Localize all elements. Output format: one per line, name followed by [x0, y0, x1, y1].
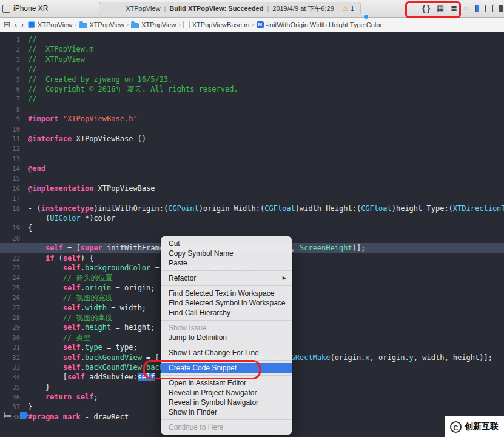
line-number[interactable]: 4 [0, 64, 24, 74]
context-menu-item[interactable]: Reveal in Symbol Navigator [161, 398, 292, 407]
code-token [28, 363, 63, 372]
related-items-icon[interactable]: ⊞ [4, 20, 10, 29]
line-number[interactable]: 13 [0, 154, 24, 164]
code-line[interactable]: - (instancetype)initWithOrigin:(CGPoint)… [28, 204, 504, 213]
window-icon [2, 5, 10, 13]
line-number[interactable]: 17 [0, 193, 24, 203]
line-number[interactable]: 35 [0, 382, 24, 392]
breadcrumb-item[interactable]: M-initWithOrigin:Width:Height:Type:Color… [257, 21, 384, 28]
code-token [28, 284, 63, 292]
context-menu-item[interactable]: Show Last Change For Line [161, 348, 292, 358]
code-line[interactable]: // XTPopView.m [28, 44, 504, 54]
line-number[interactable]: 29 [0, 322, 24, 332]
context-menu-item[interactable]: Jump to Definition [161, 333, 292, 342]
line-number[interactable]: 11 [0, 134, 24, 144]
context-menu-item[interactable]: Reveal in Project Navigator [161, 388, 292, 398]
code-snippet-library-button[interactable]: { } [422, 0, 430, 17]
warning-badge[interactable]: ⚠ 1 [343, 2, 354, 15]
code-line[interactable]: #import "XTPopViewBase.h" [28, 114, 504, 124]
line-number[interactable]: 32 [0, 353, 24, 362]
code-token: // Created by zjwang on 16/5/23. [28, 75, 172, 84]
line-number[interactable]: 12 [0, 144, 24, 153]
line-number[interactable]: 34 [0, 372, 24, 382]
code-line[interactable]: @interface XTPopViewBase () [28, 134, 504, 144]
forward-button[interactable]: › [21, 21, 24, 29]
code-line[interactable]: // [28, 35, 504, 44]
line-number[interactable] [0, 213, 24, 223]
line-number[interactable]: 31 [0, 342, 24, 352]
code-line[interactable]: @end [28, 164, 504, 173]
breadcrumb-item[interactable]: XTPopView [28, 21, 72, 28]
context-menu-item[interactable]: Open in Assistant Editor [161, 378, 292, 388]
line-number[interactable]: 16 [0, 184, 24, 193]
line-number[interactable]: 27 [0, 303, 24, 313]
line-number[interactable]: 24 [0, 273, 24, 282]
line-number[interactable]: 28 [0, 313, 24, 322]
line-number[interactable]: 7 [0, 94, 24, 104]
line-number[interactable]: 25 [0, 283, 24, 293]
line-number[interactable]: 22 [0, 253, 24, 263]
line-number[interactable]: 33 [0, 362, 24, 372]
code-line[interactable]: // Copyright © 2016年 夏天. All rights rese… [28, 84, 504, 94]
context-menu-item[interactable]: Refactor▶ [161, 273, 292, 283]
context-menu-item[interactable]: Show in Finder [161, 407, 292, 417]
activity-viewer[interactable]: XTPopView | Build XTPopView: Succeeded |… [99, 2, 361, 15]
inspector-panel-button[interactable] [492, 5, 503, 12]
code-token [28, 343, 63, 352]
context-menu-item[interactable]: Cut [161, 239, 292, 249]
line-number[interactable]: 15 [0, 173, 24, 183]
line-number[interactable]: 3 [0, 55, 24, 64]
line-number[interactable]: 10 [0, 124, 24, 134]
line-number[interactable]: 1 [0, 35, 24, 44]
code-token: )width Height:( [295, 204, 361, 213]
line-number[interactable]: 6 [0, 84, 24, 94]
line-number[interactable]: 2 [0, 44, 24, 54]
context-menu-item[interactable]: Find Call Hierarchy [161, 308, 292, 318]
code-line[interactable] [28, 124, 504, 134]
line-number[interactable]: 18 [0, 204, 24, 213]
breadcrumb-item[interactable]: XTPopView [131, 21, 176, 28]
line-number[interactable]: 8 [0, 104, 24, 114]
library-button[interactable]: ▦ [437, 0, 444, 17]
context-menu-item[interactable]: Find Selected Text in Workspace [161, 289, 292, 298]
editor-options-button[interactable]: ≣ [451, 0, 457, 17]
context-menu-item[interactable]: Paste [161, 258, 292, 268]
code-line[interactable] [28, 193, 504, 203]
breadcrumb-item[interactable]: XTPopView [79, 21, 124, 28]
context-menu-item[interactable]: Find Selected Symbol in Workspace [161, 298, 292, 308]
code-line[interactable]: // XTPopView [28, 55, 504, 64]
line-number[interactable]: 14 [0, 164, 24, 173]
help-button[interactable]: ○ [464, 0, 469, 17]
breadcrumb-item[interactable]: XTPopViewBase.m [183, 21, 250, 28]
line-number[interactable]: 5 [0, 75, 24, 84]
run-destination[interactable]: iPhone XR [0, 0, 54, 17]
line-number[interactable]: 21 [0, 243, 24, 253]
code-line[interactable] [28, 173, 504, 183]
code-line[interactable] [28, 154, 504, 164]
back-button[interactable]: ‹ [15, 21, 17, 29]
line-number[interactable]: 9 [0, 114, 24, 124]
context-menu-item[interactable]: Create Code Snippet [161, 363, 292, 373]
line-number[interactable]: 36 [0, 392, 24, 402]
navigator-panel-button[interactable] [475, 5, 486, 12]
debug-area-toggle-icon[interactable] [4, 412, 12, 418]
code-line[interactable]: // Created by zjwang on 16/5/23. [28, 75, 504, 84]
code-line[interactable] [28, 144, 504, 153]
line-number[interactable]: 20 [0, 233, 24, 243]
code-token: initWithFrame: [102, 244, 168, 252]
code-token: - drawRect [81, 413, 129, 421]
line-number[interactable]: 19 [0, 223, 24, 233]
code-line[interactable]: // [28, 94, 504, 104]
line-number[interactable]: 23 [0, 263, 24, 273]
code-line[interactable] [28, 104, 504, 114]
code-line[interactable]: // [28, 64, 504, 74]
context-menu-item[interactable]: Copy Symbol Name [161, 249, 292, 258]
line-numbers[interactable]: 1234567891011121314151617181920212223242… [0, 35, 24, 422]
code-line[interactable]: { [28, 223, 504, 233]
line-number[interactable]: 26 [0, 293, 24, 302]
code-line[interactable]: (UIColor *)color [28, 213, 504, 223]
line-number[interactable]: 37 [0, 402, 24, 412]
line-number[interactable]: 30 [0, 333, 24, 342]
code-line[interactable]: @implementation XTPopViewBase [28, 184, 504, 193]
code-token: self [63, 323, 81, 332]
